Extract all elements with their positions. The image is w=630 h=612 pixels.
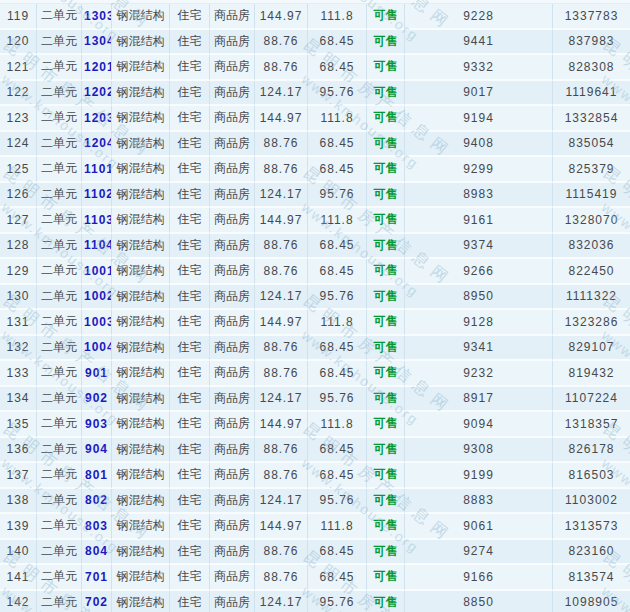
area-inner-value-cell: 68.45 (308, 540, 367, 566)
room-number-link[interactable]: 1003 (84, 315, 112, 329)
row-index: 119 (7, 9, 29, 23)
use-label: 住宅 (178, 110, 202, 124)
area-total-value-cell: 88.76 (255, 463, 308, 489)
status-badge: 可售 (374, 187, 398, 201)
unit-price-value-cell: 9441 (405, 30, 553, 56)
use-label-cell: 住宅 (170, 310, 210, 336)
area-inner-value-cell: 68.45 (308, 565, 367, 591)
row-index-cell: 133 (0, 361, 37, 387)
room-number-link[interactable]: 1201 (84, 60, 112, 74)
room-number-link[interactable]: 701 (85, 570, 108, 584)
use-label: 住宅 (178, 340, 202, 354)
total-price-value: 819432 (568, 366, 614, 380)
area-total-value: 124.17 (260, 85, 303, 99)
room-number-link[interactable]: 1202 (84, 85, 112, 99)
area-inner-value: 68.45 (319, 544, 354, 558)
room-number-link[interactable]: 1102 (84, 187, 112, 201)
status-badge: 可售 (374, 442, 398, 456)
unit-label-cell: 二单元 (37, 310, 82, 336)
use-label: 住宅 (178, 569, 202, 583)
area-total-value-cell: 88.76 (255, 336, 308, 362)
category-label: 商品房 (214, 85, 250, 99)
room-number-link[interactable]: 801 (85, 468, 108, 482)
room-number-link[interactable]: 1004 (84, 340, 112, 354)
category-label: 商品房 (214, 391, 250, 405)
room-number-link[interactable]: 904 (85, 442, 108, 456)
total-price-value: 835054 (568, 136, 614, 150)
structure-label: 钢混结构 (117, 595, 165, 609)
status-badge: 可售 (374, 34, 398, 48)
room-number-link[interactable]: 1001 (84, 264, 112, 278)
status-badge-cell: 可售 (367, 489, 405, 515)
room-number-link-cell: 1202 (82, 81, 112, 107)
unit-label: 二单元 (41, 595, 77, 609)
total-price-value: 829107 (568, 340, 614, 354)
status-badge-cell: 可售 (367, 259, 405, 285)
category-label-cell: 商品房 (210, 285, 255, 311)
room-number-link[interactable]: 1203 (84, 111, 112, 125)
room-number-link[interactable]: 803 (85, 519, 108, 533)
room-number-link[interactable]: 1103 (84, 213, 112, 227)
use-label: 住宅 (178, 467, 202, 481)
area-total-value-cell: 88.76 (255, 157, 308, 183)
area-inner-value: 95.76 (319, 493, 354, 507)
structure-label-cell: 钢混结构 (112, 183, 170, 209)
unit-label-cell: 二单元 (37, 208, 82, 234)
use-label-cell: 住宅 (170, 540, 210, 566)
room-number-link-cell: 803 (82, 514, 112, 540)
row-index-cell: 138 (0, 489, 37, 515)
room-number-link[interactable]: 804 (85, 544, 108, 558)
total-price-value-cell: 1337783 (553, 4, 630, 30)
row-index: 135 (6, 417, 29, 431)
area-inner-value-cell: 111.8 (308, 106, 367, 132)
unit-label: 二单元 (41, 467, 77, 481)
unit-label: 二单元 (41, 314, 77, 328)
status-badge: 可售 (374, 238, 398, 252)
table-row: 131二单元1003钢混结构住宅商品房144.97111.8可售91281323… (0, 310, 630, 336)
category-label: 商品房 (214, 569, 250, 583)
unit-price-value-cell: 9308 (405, 438, 553, 464)
table-row: 124二单元1204钢混结构住宅商品房88.7668.45可售940883505… (0, 132, 630, 158)
room-number-link-cell: 1104 (82, 234, 112, 260)
structure-label: 钢混结构 (117, 365, 165, 379)
room-number-link[interactable]: 1101 (84, 162, 112, 176)
row-index: 123 (6, 111, 29, 125)
room-number-link[interactable]: 901 (85, 366, 108, 380)
room-number-link-cell: 1201 (82, 55, 112, 81)
category-label: 商品房 (214, 263, 250, 277)
use-label-cell: 住宅 (170, 132, 210, 158)
area-total-value-cell: 144.97 (255, 514, 308, 540)
room-number-link[interactable]: 702 (85, 595, 108, 609)
structure-label: 钢混结构 (117, 161, 165, 175)
room-number-link[interactable]: 1304 (84, 34, 112, 48)
status-badge-cell: 可售 (367, 310, 405, 336)
room-number-link[interactable]: 903 (85, 417, 108, 431)
use-label: 住宅 (178, 595, 202, 609)
unit-label-cell: 二单元 (37, 285, 82, 311)
row-index: 132 (6, 340, 29, 354)
room-number-link[interactable]: 902 (85, 391, 108, 405)
room-number-link[interactable]: 1002 (84, 289, 112, 303)
status-badge-cell: 可售 (367, 208, 405, 234)
status-badge-cell: 可售 (367, 412, 405, 438)
status-badge: 可售 (374, 136, 398, 150)
unit-label: 二单元 (41, 212, 77, 226)
row-index: 138 (6, 493, 29, 507)
use-label: 住宅 (178, 391, 202, 405)
area-total-value: 144.97 (260, 111, 303, 125)
area-total-value: 144.97 (260, 519, 303, 533)
room-number-link-cell: 1003 (82, 310, 112, 336)
structure-label: 钢混结构 (117, 442, 165, 456)
room-number-link[interactable]: 1204 (84, 136, 112, 150)
row-index-cell: 128 (0, 234, 37, 260)
row-index-cell: 120 (0, 30, 37, 56)
area-total-value-cell: 124.17 (255, 183, 308, 209)
area-inner-value: 68.45 (319, 162, 354, 176)
room-number-link[interactable]: 802 (85, 493, 108, 507)
room-number-link-cell: 904 (82, 438, 112, 464)
room-number-link[interactable]: 1104 (84, 238, 112, 252)
area-total-value: 124.17 (260, 187, 303, 201)
category-label-cell: 商品房 (210, 387, 255, 413)
status-badge: 可售 (374, 110, 398, 124)
room-number-link[interactable]: 1303 (84, 9, 112, 23)
